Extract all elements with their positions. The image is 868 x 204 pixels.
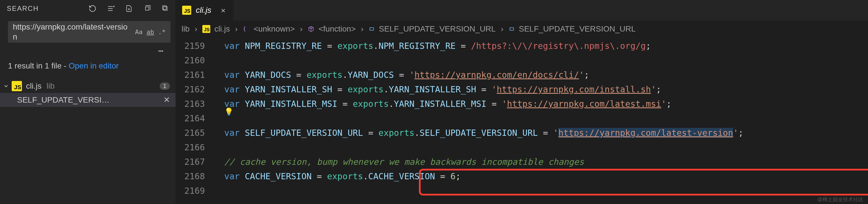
tab-cli-js[interactable]: JS cli.js ✕ [176, 0, 234, 21]
result-match-text: SELF_UPDATE_VERSI… [17, 96, 163, 105]
line-number: 2162 [176, 82, 213, 97]
chevron-right-icon: › [299, 25, 304, 34]
dismiss-match-icon[interactable]: ✕ [163, 95, 170, 105]
annotation-highlight-box [419, 169, 868, 196]
js-file-icon: JS [12, 81, 22, 91]
line-number: 2163 [176, 97, 213, 111]
code-line: 2166 [176, 140, 868, 155]
breadcrumb-symbol-1[interactable]: SELF_UPDATE_VERSION_URL [379, 25, 495, 34]
result-file-name: cli.js [26, 81, 41, 91]
symbol-field-icon [369, 26, 375, 32]
close-tab-icon[interactable]: ✕ [221, 6, 225, 14]
watermark-text: @稀土掘金技术社区 [817, 196, 863, 203]
code-line: 2165 var SELF_UPDATE_VERSION_URL = expor… [176, 126, 868, 140]
summary-text: 1 result in 1 file - [8, 61, 69, 70]
code-line: 2163 var YARN_INSTALLER_MSI = exports.YA… [176, 97, 868, 111]
match-case-icon[interactable]: Aa [135, 28, 143, 36]
search-extra-actions: ⋯ [0, 43, 176, 55]
js-file-icon: JS [203, 25, 210, 33]
line-number: 2166 [176, 140, 213, 155]
line-number: 2161 [176, 68, 213, 82]
regex-icon[interactable]: .* [158, 28, 166, 36]
chevron-down-icon[interactable]: › [2, 85, 11, 88]
open-in-editor-link[interactable]: Open in editor [69, 61, 119, 70]
code-line: 2161 var YARN_DOCS = exports.YARN_DOCS =… [176, 68, 868, 82]
breadcrumb-unknown[interactable]: <unknown> [254, 25, 295, 34]
clear-results-icon[interactable] [106, 4, 115, 13]
code-line: 2164 [176, 111, 868, 126]
symbol-function-icon [308, 26, 314, 32]
svg-rect-4 [510, 28, 514, 30]
editor-area: JS cli.js ✕ lib › JS cli.js › <unknown> … [176, 0, 868, 204]
svg-rect-0 [146, 7, 149, 10]
line-number: 2160 [176, 53, 213, 68]
search-summary: 1 result in 1 file - Open in editor [0, 55, 176, 74]
expand-icon[interactable] [161, 4, 170, 13]
result-file-count: 1 [160, 82, 170, 90]
search-title: SEARCH [7, 5, 39, 12]
svg-rect-2 [162, 6, 166, 9]
new-file-icon[interactable] [124, 4, 133, 13]
code-line: 2167 // cache version, bump whenever we … [176, 155, 868, 169]
breadcrumb-function[interactable]: <function> [318, 25, 356, 34]
code-line: 2162 var YARN_INSTALLER_SH = exports.YAR… [176, 82, 868, 97]
breadcrumb-file[interactable]: cli.js [214, 25, 230, 34]
code-editor[interactable]: 💡 2159 var NPM_REGISTRY_RE = exports.NPM… [176, 37, 868, 204]
breadcrumb-folder[interactable]: lib [182, 25, 189, 34]
search-header-actions [88, 4, 170, 13]
line-number: 2165 [176, 126, 213, 140]
chevron-right-icon: › [500, 25, 504, 34]
line-number: 2169 [176, 183, 213, 198]
code-line: 2159 var NPM_REGISTRY_RE = exports.NPM_R… [176, 39, 868, 53]
chevron-right-icon: › [360, 25, 365, 34]
symbol-namespace-icon [243, 26, 250, 32]
result-file-row[interactable]: › JS cli.js lib 1 [0, 79, 176, 93]
result-match-row[interactable]: SELF_UPDATE_VERSI… ✕ [0, 93, 176, 107]
line-number: 2164 [176, 111, 213, 126]
search-highlight: https://yarnpkg.com/latest-version [558, 128, 733, 138]
refresh-icon[interactable] [88, 4, 97, 13]
breadcrumb-symbol-2[interactable]: SELF_UPDATE_VERSION_URL [519, 25, 636, 34]
more-actions-icon[interactable]: ⋯ [156, 46, 165, 55]
symbol-field-icon [508, 26, 515, 32]
collapse-all-icon[interactable] [143, 4, 152, 13]
line-number: 2167 [176, 155, 213, 169]
lightbulb-icon[interactable]: 💡 [224, 107, 234, 116]
result-file-folder: lib [47, 81, 55, 91]
code-line: 2160 [176, 53, 868, 68]
line-number: 2168 [176, 169, 213, 183]
chevron-right-icon: › [234, 25, 239, 34]
svg-rect-3 [370, 28, 374, 30]
breadcrumb[interactable]: lib › JS cli.js › <unknown> › <function>… [176, 21, 868, 37]
svg-rect-1 [164, 7, 167, 10]
tab-label: cli.js [196, 6, 211, 15]
match-word-icon[interactable]: ab [147, 28, 154, 36]
line-number: 2159 [176, 39, 213, 53]
tab-bar: JS cli.js ✕ [176, 0, 868, 21]
search-sidebar: SEARCH https://yarnpkg.com/latest-versio… [0, 0, 176, 204]
search-query-text: https://yarnpkg.com/latest-version [13, 22, 131, 42]
search-input[interactable]: https://yarnpkg.com/latest-version Aa ab… [8, 21, 170, 43]
search-header: SEARCH [0, 2, 176, 16]
chevron-right-icon: › [193, 25, 198, 34]
js-file-icon: JS [182, 6, 191, 15]
